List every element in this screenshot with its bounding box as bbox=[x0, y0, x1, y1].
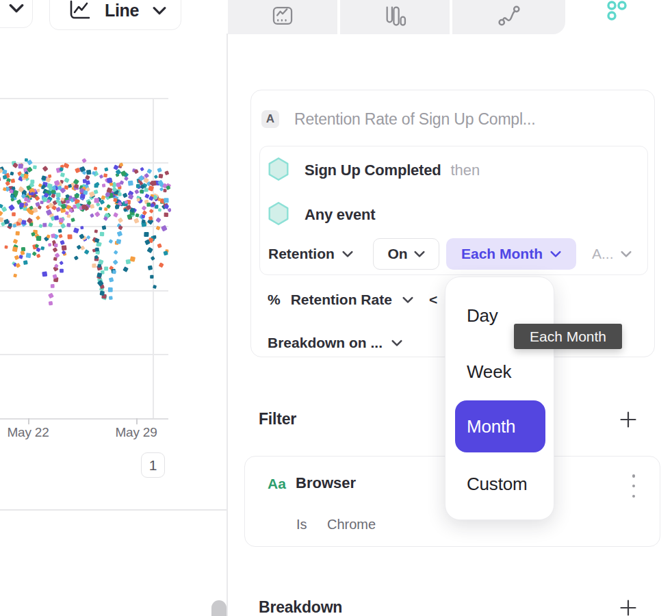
tab-bars[interactable] bbox=[340, 0, 450, 34]
scatter-point bbox=[144, 232, 148, 237]
scatter-point bbox=[20, 251, 25, 255]
menu-item-month[interactable]: Month bbox=[455, 400, 545, 452]
scatter-point bbox=[94, 229, 98, 233]
scatter-point bbox=[84, 249, 90, 255]
horizontal-divider bbox=[0, 509, 227, 511]
scatter-point bbox=[122, 192, 128, 198]
menu-item-week[interactable]: Week bbox=[445, 358, 554, 385]
scatter-point bbox=[33, 165, 37, 169]
pagination-badge[interactable]: 1 bbox=[141, 452, 165, 478]
query-title-input[interactable]: Retention Rate of Sign Up Compl... bbox=[294, 107, 535, 131]
filter-operator[interactable]: Is bbox=[296, 517, 307, 532]
percent-icon: % bbox=[268, 292, 281, 308]
scatter-point bbox=[36, 236, 41, 241]
scatter-point bbox=[0, 186, 1, 191]
measure-dropdown[interactable]: % Retention Rate < bbox=[268, 290, 437, 309]
scatter-point bbox=[108, 239, 113, 244]
scatter-point bbox=[100, 232, 105, 237]
scatter-point bbox=[62, 245, 67, 251]
bar-chart-icon bbox=[383, 4, 406, 30]
tab-insights[interactable] bbox=[228, 0, 337, 34]
collapsed-dropdown-button[interactable] bbox=[0, 0, 33, 28]
tab-flows[interactable] bbox=[452, 0, 565, 34]
scatter-point bbox=[70, 218, 75, 222]
scatter-point bbox=[164, 198, 168, 203]
scatter-point bbox=[148, 266, 153, 270]
scatter-point bbox=[86, 180, 90, 185]
scatter-point bbox=[42, 271, 47, 277]
property-type-badge: Aa bbox=[268, 476, 286, 492]
scatter-point bbox=[147, 247, 153, 253]
scatter-point bbox=[36, 189, 40, 192]
scatter-point bbox=[146, 168, 152, 174]
interval-dropdown-menu: Day Week Month Custom bbox=[445, 277, 554, 520]
scatter-point bbox=[2, 169, 7, 174]
scatter-point bbox=[94, 198, 99, 203]
scatter-point bbox=[150, 275, 153, 279]
event-row[interactable]: Sign Up Completed then bbox=[260, 156, 480, 185]
menu-item-custom[interactable]: Custom bbox=[445, 470, 554, 498]
event-name[interactable]: Sign Up Completed bbox=[305, 162, 441, 179]
scatter-point bbox=[67, 234, 72, 239]
scatter-point bbox=[118, 192, 122, 196]
scatter-point bbox=[104, 207, 108, 211]
scatter-point bbox=[103, 173, 107, 177]
scatter-point bbox=[5, 245, 8, 248]
scatter-point bbox=[153, 285, 157, 289]
scatter-point bbox=[54, 216, 59, 220]
scatter-point bbox=[144, 188, 148, 192]
scatter-point bbox=[83, 190, 88, 195]
scatter-point bbox=[66, 200, 70, 204]
scatter-point bbox=[80, 226, 83, 229]
add-filter-button[interactable] bbox=[618, 409, 638, 430]
kebab-menu-icon[interactable] bbox=[630, 474, 638, 498]
scatter-point bbox=[8, 204, 15, 211]
scatter-point bbox=[148, 185, 154, 192]
scatter-point bbox=[133, 218, 139, 223]
scatter-point bbox=[151, 203, 155, 207]
line-chart-icon bbox=[68, 0, 91, 24]
on-dropdown[interactable]: On bbox=[373, 238, 439, 270]
scrollbar-thumb[interactable] bbox=[211, 600, 227, 616]
add-breakdown-button[interactable] bbox=[618, 598, 638, 616]
scatter-point bbox=[108, 287, 113, 292]
scatter-point bbox=[164, 213, 168, 217]
scatter-point bbox=[112, 270, 116, 274]
chart-type-button[interactable]: Line bbox=[49, 0, 181, 30]
scatter-point bbox=[102, 225, 107, 230]
scatter-point bbox=[77, 244, 82, 250]
chevron-down-icon bbox=[402, 296, 413, 304]
event-name[interactable]: Any event bbox=[305, 206, 375, 224]
scatter-point bbox=[125, 201, 128, 204]
interval-dropdown-trigger[interactable]: Each Month bbox=[446, 238, 576, 270]
scatter-point bbox=[74, 255, 79, 260]
scatter-point bbox=[109, 296, 113, 300]
filter-property-name[interactable]: Browser bbox=[296, 474, 356, 492]
filter-value[interactable]: Chrome bbox=[327, 517, 376, 532]
scatter-point bbox=[105, 192, 109, 196]
scatter-point bbox=[124, 176, 129, 181]
scatter-point bbox=[73, 227, 79, 233]
hexagon-event-icon bbox=[268, 157, 289, 184]
scatter-point bbox=[60, 269, 64, 273]
scatter-point bbox=[0, 177, 1, 181]
scatter-point bbox=[113, 164, 118, 170]
retention-dropdown[interactable]: Retention bbox=[268, 238, 353, 270]
event-row[interactable]: Any event bbox=[260, 201, 375, 229]
scatter-point bbox=[130, 256, 136, 262]
scatter-point bbox=[151, 181, 157, 186]
tab-retention-icon[interactable] bbox=[606, 1, 630, 25]
scatter-point bbox=[81, 158, 87, 164]
series-badge: A bbox=[261, 110, 279, 128]
scatter-layer bbox=[0, 96, 171, 423]
scatter-point bbox=[24, 197, 28, 201]
scatter-point bbox=[104, 167, 108, 171]
breakdown-on-dropdown[interactable]: Breakdown on ... bbox=[268, 333, 402, 352]
scatter-point bbox=[48, 222, 53, 228]
chevron-down-icon bbox=[391, 339, 402, 347]
scatter-point bbox=[41, 186, 44, 190]
measure-suffix: < bbox=[429, 292, 437, 308]
aggregate-dropdown[interactable]: A... bbox=[592, 238, 632, 270]
scatter-point bbox=[25, 158, 28, 162]
scatter-point bbox=[32, 251, 37, 256]
